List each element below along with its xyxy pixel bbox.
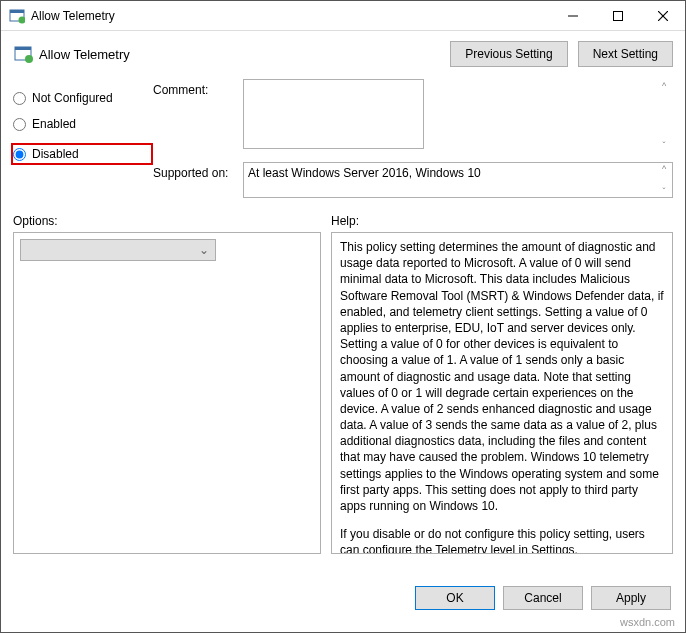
help-pane: This policy setting determines the amoun…	[331, 232, 673, 554]
next-setting-button[interactable]: Next Setting	[578, 41, 673, 67]
svg-rect-1	[10, 10, 24, 13]
options-dropdown[interactable]: ⌄	[20, 239, 216, 261]
apply-button[interactable]: Apply	[591, 586, 671, 610]
window-title: Allow Telemetry	[31, 9, 550, 23]
options-pane: ⌄	[13, 232, 321, 554]
minimize-button[interactable]	[550, 1, 595, 30]
help-text-1: This policy setting determines the amoun…	[340, 239, 664, 514]
app-icon	[9, 8, 25, 24]
comment-label: Comment:	[153, 79, 243, 152]
scroll-indicator: ^ˇ	[657, 81, 671, 150]
radio-enabled-label: Enabled	[32, 117, 76, 131]
maximize-button[interactable]	[595, 1, 640, 30]
close-button[interactable]	[640, 1, 685, 30]
radio-not-configured-label: Not Configured	[32, 91, 113, 105]
policy-title: Allow Telemetry	[39, 47, 440, 62]
comment-input[interactable]	[243, 79, 424, 149]
button-bar: OK Cancel Apply	[415, 586, 671, 610]
radio-disabled[interactable]: Disabled	[11, 143, 153, 165]
ok-button[interactable]: OK	[415, 586, 495, 610]
radio-enabled[interactable]: Enabled	[13, 117, 153, 131]
help-label: Help:	[331, 214, 359, 228]
header: Allow Telemetry Previous Setting Next Se…	[1, 31, 685, 73]
options-label: Options:	[13, 214, 331, 228]
help-text-2: If you disable or do not configure this …	[340, 526, 664, 554]
state-radio-group: Not Configured Enabled Disabled	[13, 79, 153, 208]
chevron-down-icon: ⌄	[199, 243, 209, 257]
radio-not-configured[interactable]: Not Configured	[13, 91, 153, 105]
previous-setting-button[interactable]: Previous Setting	[450, 41, 567, 67]
svg-rect-8	[15, 47, 31, 50]
policy-icon	[13, 44, 33, 64]
radio-enabled-input[interactable]	[13, 118, 26, 131]
svg-point-9	[25, 55, 33, 63]
scroll-indicator: ^ˇ	[657, 164, 671, 196]
titlebar: Allow Telemetry	[1, 1, 685, 31]
svg-rect-4	[613, 11, 622, 20]
radio-disabled-input[interactable]	[13, 148, 26, 161]
supported-on-value: At least Windows Server 2016, Windows 10	[243, 162, 673, 198]
radio-disabled-label: Disabled	[32, 147, 79, 161]
watermark: wsxdn.com	[620, 616, 675, 628]
supported-on-label: Supported on:	[153, 162, 243, 198]
cancel-button[interactable]: Cancel	[503, 586, 583, 610]
radio-not-configured-input[interactable]	[13, 92, 26, 105]
